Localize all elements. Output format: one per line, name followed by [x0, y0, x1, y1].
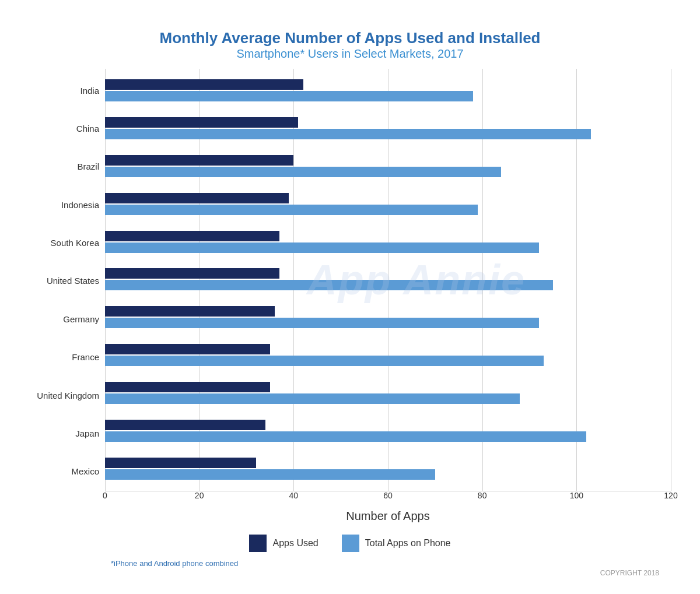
bar-group-united-kingdom — [105, 379, 671, 406]
bar-group-south-korea — [105, 229, 671, 255]
bar-group-france — [105, 342, 671, 368]
x-label-40: 40 — [289, 491, 299, 500]
bar-used-china — [105, 117, 298, 128]
chart-container: Monthly Average Number of Apps Used and … — [29, 17, 671, 577]
y-label-china: China — [76, 114, 99, 143]
bar-total-germany — [105, 318, 539, 328]
chart-title: Monthly Average Number of Apps Used and … — [160, 29, 541, 61]
bar-used-japan — [105, 420, 265, 430]
copyright: COPYRIGHT 2018 — [29, 569, 671, 577]
bar-group-china — [105, 115, 671, 142]
x-axis-labels-container: 020406080100120 — [105, 491, 671, 507]
y-label-indonesia: Indonesia — [61, 190, 99, 219]
legend: Apps Used Total Apps on Phone — [249, 535, 450, 552]
legend-label-total: Total Apps on Phone — [365, 538, 451, 549]
legend-box-used — [249, 535, 267, 552]
y-labels: IndiaChinaBrazilIndonesiaSouth KoreaUnit… — [29, 69, 105, 523]
bar-used-india — [105, 79, 303, 90]
bar-total-mexico — [105, 469, 435, 480]
bar-total-brazil — [105, 167, 501, 177]
bar-group-mexico — [105, 455, 671, 482]
x-label-120: 120 — [664, 491, 677, 500]
bar-used-mexico — [105, 458, 256, 468]
bar-used-brazil — [105, 155, 293, 166]
bar-used-germany — [105, 306, 275, 317]
bar-group-germany — [105, 304, 671, 331]
x-label-100: 100 — [570, 491, 583, 500]
y-label-south-korea: South Korea — [51, 229, 99, 258]
bar-total-united-states — [105, 280, 553, 290]
legend-label-used: Apps Used — [272, 538, 318, 549]
bar-total-china — [105, 129, 591, 139]
bar-total-france — [105, 356, 544, 366]
x-label-60: 60 — [383, 491, 393, 500]
bar-group-india — [105, 77, 671, 104]
y-label-india: India — [80, 76, 99, 105]
legend-box-total — [342, 535, 359, 552]
bars-section: App Annie — [105, 69, 671, 491]
bar-group-indonesia — [105, 191, 671, 217]
bars-wrapper — [105, 69, 671, 491]
bar-used-indonesia — [105, 193, 289, 203]
legend-item-used: Apps Used — [249, 535, 318, 552]
y-label-united-kingdom: United Kingdom — [37, 381, 99, 410]
grid-line-120 — [671, 69, 671, 491]
y-label-brazil: Brazil — [77, 152, 99, 181]
bar-total-south-korea — [105, 242, 539, 253]
y-label-germany: Germany — [63, 304, 99, 333]
legend-item-total: Total Apps on Phone — [342, 535, 451, 552]
x-axis-title: Number of Apps — [105, 509, 671, 523]
bar-total-indonesia — [105, 205, 478, 215]
bar-group-japan — [105, 417, 671, 444]
bar-group-united-states — [105, 266, 671, 293]
bar-used-united-states — [105, 268, 279, 279]
y-label-japan: Japan — [75, 419, 99, 448]
bar-group-brazil — [105, 153, 671, 180]
bar-total-united-kingdom — [105, 393, 520, 404]
bar-used-south-korea — [105, 231, 279, 241]
bar-used-united-kingdom — [105, 382, 270, 392]
bar-total-india — [105, 91, 473, 101]
x-axis: 020406080100120 Number of Apps — [105, 491, 671, 523]
chart-title-line1: Monthly Average Number of Apps Used and … — [160, 29, 541, 47]
bar-used-france — [105, 344, 270, 354]
y-label-france: France — [72, 343, 99, 372]
x-label-80: 80 — [478, 491, 487, 500]
bar-total-japan — [105, 431, 586, 442]
y-label-mexico: Mexico — [71, 457, 99, 486]
footnote: *iPhone and Android phone combined — [29, 559, 671, 568]
chart-area: IndiaChinaBrazilIndonesiaSouth KoreaUnit… — [29, 69, 671, 529]
x-label-0: 0 — [103, 491, 107, 500]
plot-area: App Annie 020406080100120 Number of Apps — [105, 69, 671, 523]
y-label-united-states: United States — [47, 266, 99, 296]
x-label-20: 20 — [195, 491, 204, 500]
chart-title-line2: Smartphone* Users in Select Markets, 201… — [160, 47, 541, 61]
